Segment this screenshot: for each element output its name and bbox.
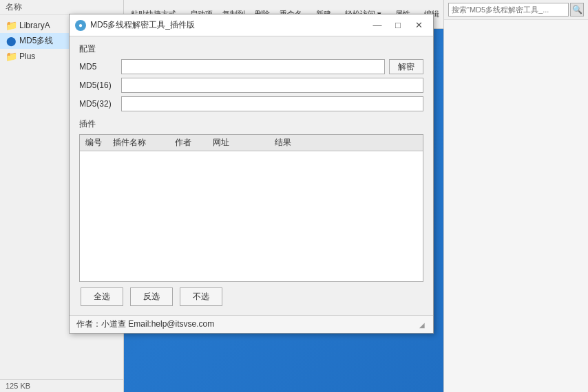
md5-32-input[interactable] [121, 96, 423, 111]
md5-dialog: ● MD5多线程解密工具_插件版 — □ ✕ 配置 MD5 解密 MD5(16) [69, 14, 434, 334]
dialog-icon: ● [75, 20, 86, 31]
deselect-button[interactable]: 不选 [180, 287, 222, 306]
plugin-table-body [80, 151, 423, 154]
select-all-button[interactable]: 全选 [81, 287, 123, 306]
search-button[interactable]: 🔍 [570, 3, 584, 17]
status-bar: 125 KB [0, 379, 123, 392]
column-header: 名称 [0, 0, 123, 15]
dialog-content: 配置 MD5 解密 MD5(16) MD5(32) 插件 [70, 36, 433, 313]
file-size: 125 KB [6, 382, 30, 390]
item-label: Plus [19, 52, 35, 61]
plugin-table: 编号 插件名称 作者 网址 结果 [79, 134, 423, 282]
md5-16-field-row: MD5(16) [79, 78, 423, 93]
close-button[interactable]: ✕ [410, 19, 428, 32]
md5-16-input[interactable] [121, 78, 423, 93]
author-text: 作者：小道查 Email:help@itsvse.com [76, 318, 214, 330]
name-column-header: 名称 [6, 1, 118, 13]
resize-handle[interactable]: ◢ [419, 321, 426, 328]
md5-32-label: MD5(32) [79, 99, 117, 109]
md5-input[interactable] [121, 59, 385, 74]
plugin-section-label: 插件 [79, 118, 423, 130]
folder-icon: 📁 [6, 20, 17, 31]
col-header-result: 结果 [272, 137, 327, 149]
dialog-title: MD5多线程解密工具_插件版 [90, 19, 368, 31]
item-label: LibraryA [19, 21, 50, 30]
col-header-num: 编号 [83, 137, 110, 149]
invert-button[interactable]: 反选 [130, 287, 173, 306]
md5-32-field-row: MD5(32) [79, 96, 423, 111]
plugin-table-header: 编号 插件名称 作者 网址 结果 [80, 135, 423, 151]
bottom-buttons: 全选 反选 不选 [79, 287, 423, 306]
dialog-titlebar: ● MD5多线程解密工具_插件版 — □ ✕ [70, 14, 433, 36]
col-header-url: 网址 [210, 137, 272, 149]
col-header-author: 作者 [172, 137, 210, 149]
minimize-button[interactable]: — [368, 19, 386, 32]
dialog-footer: 作者：小道查 Email:help@itsvse.com ◢ [70, 315, 433, 333]
config-section-label: 配置 [79, 43, 423, 55]
md5-field-row: MD5 解密 [79, 59, 423, 74]
md5-label: MD5 [79, 62, 117, 72]
item-label: MD5多线 [19, 35, 53, 47]
decrypt-button[interactable]: 解密 [389, 59, 423, 74]
col-header-name: 插件名称 [110, 137, 172, 149]
maximize-button[interactable]: □ [389, 19, 407, 32]
tool-icon: ⬤ [6, 36, 17, 47]
search-bar: 🔍 [444, 0, 588, 20]
plugin-section: 插件 编号 插件名称 作者 网址 结果 [79, 118, 423, 282]
md5-16-label: MD5(16) [79, 80, 117, 90]
folder-icon: 📁 [6, 51, 17, 62]
right-panel: 🔍 [443, 0, 588, 392]
config-section: 配置 MD5 解密 MD5(16) MD5(32) [79, 43, 423, 111]
window-controls: — □ ✕ [368, 19, 428, 32]
search-input[interactable] [448, 3, 569, 17]
